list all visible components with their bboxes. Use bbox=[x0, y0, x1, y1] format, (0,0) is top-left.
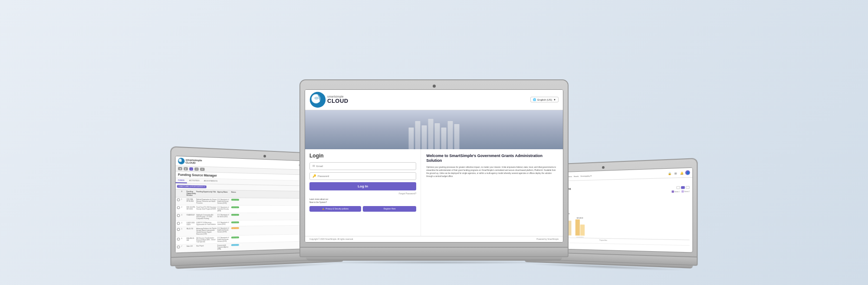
chart-controls bbox=[676, 186, 689, 189]
right-nav-visuals[interactable]: Visuals bbox=[574, 175, 579, 177]
center-footer: Copyright © 2020 SmartSimple. All rights… bbox=[305, 236, 563, 242]
login-sub-actions: 🔒 Privacy & Security policies Register H… bbox=[309, 206, 416, 212]
smartsimple-logo-icon bbox=[309, 92, 326, 108]
row-checkbox-6[interactable] bbox=[177, 237, 180, 240]
password-field-container: 🔑 bbox=[309, 172, 416, 180]
right-nav-icons: 🔒 ⊞ 🔔 👤 bbox=[667, 170, 690, 175]
center-main: Login ✉ 🔑 Log In Forgot Password? bbox=[305, 149, 563, 236]
tab-adjustments[interactable]: ADJUSTMENTS bbox=[202, 178, 220, 183]
footer-powered-by: Powered by SmartSimple bbox=[536, 238, 559, 240]
tab-funds[interactable]: FUNDS bbox=[176, 178, 187, 183]
email-field-container: ✉ bbox=[309, 162, 416, 170]
legend-color-2 bbox=[681, 190, 684, 192]
laptop-base-center bbox=[299, 248, 569, 257]
grid-nav-icon[interactable]: ⊞ bbox=[673, 170, 678, 175]
row-checkbox-1[interactable] bbox=[177, 198, 180, 201]
hero-background bbox=[305, 110, 563, 149]
row-checkbox-2[interactable] bbox=[177, 206, 180, 209]
back-button[interactable]: ◀ bbox=[178, 167, 182, 170]
laptop-center: smartsimple CLOUD 🌐 English (US) ▼ bbox=[299, 79, 569, 264]
center-logo-cloud-text: CLOUD bbox=[327, 98, 349, 104]
center-logo: smartsimple CLOUD bbox=[309, 92, 349, 108]
legend-item-1: Series 1 bbox=[672, 190, 680, 193]
info-title: Welcome to SmartSimple's Government Gran… bbox=[426, 154, 558, 164]
forward-button[interactable]: ▶ bbox=[184, 167, 188, 170]
chart-view-list[interactable] bbox=[676, 186, 680, 189]
hero-area bbox=[305, 110, 563, 149]
refresh-button[interactable]: ↺ bbox=[194, 167, 199, 171]
center-screen-content: smartsimple CLOUD 🌐 English (US) ▼ bbox=[305, 90, 563, 242]
camera-right bbox=[602, 166, 605, 168]
learn-more-label: Learn more about our bbox=[309, 198, 416, 200]
language-selector[interactable]: 🌐 English (US) ▼ bbox=[530, 97, 559, 102]
new-to-system-label: New to the System? bbox=[309, 201, 416, 203]
tab-activities[interactable]: ACTIVITIES bbox=[187, 178, 202, 183]
legend-item-2: Series 2 bbox=[681, 190, 690, 193]
row-checkbox-4[interactable] bbox=[177, 222, 180, 224]
login-button[interactable]: Log In bbox=[309, 182, 416, 190]
camera-left bbox=[263, 154, 266, 157]
register-button[interactable]: Register Here bbox=[363, 206, 416, 212]
login-title: Login bbox=[309, 153, 416, 159]
email-input[interactable] bbox=[316, 165, 413, 167]
right-nav-geomapping[interactable]: Geomapping ▼ bbox=[580, 174, 592, 177]
center-nav: smartsimple CLOUD 🌐 English (US) ▼ bbox=[305, 90, 563, 110]
row-checkbox-7[interactable] bbox=[177, 246, 180, 249]
communications-label: Communications bbox=[576, 236, 584, 237]
laptop-shadow-center bbox=[308, 261, 560, 264]
lock-icon: 🔑 bbox=[312, 174, 316, 178]
laptop-foot-center bbox=[306, 257, 562, 261]
camera-center bbox=[433, 85, 436, 88]
info-text: Optimize your granting processes for gre… bbox=[426, 166, 558, 178]
chart-view-bar[interactable] bbox=[681, 186, 685, 189]
left-logo: smartsimple CLOUD bbox=[178, 157, 202, 165]
legend-color-1 bbox=[672, 190, 674, 193]
login-panel: Login ✉ 🔑 Log In Forgot Password? bbox=[305, 149, 421, 236]
password-input[interactable] bbox=[318, 175, 413, 177]
user-nav-icon[interactable]: 👤 bbox=[685, 170, 690, 175]
forgot-password-link[interactable]: Forgot Password? bbox=[309, 192, 416, 195]
grants-opportunities-btn[interactable]: GRANTS AND OPPORTUNITIES ▼ bbox=[177, 185, 207, 188]
scene: smartsimple CLOUD Home Funding Sources P… bbox=[174, 8, 694, 277]
info-panel: Welcome to SmartSimple's Government Gran… bbox=[421, 149, 563, 236]
email-icon: ✉ bbox=[312, 164, 315, 168]
row-checkbox-5[interactable] bbox=[177, 228, 180, 230]
add-button[interactable]: + bbox=[189, 167, 193, 170]
lock-nav-icon[interactable]: 🔒 bbox=[667, 170, 672, 175]
communications-bars bbox=[575, 219, 585, 236]
communications-bar-2 bbox=[580, 224, 585, 236]
chart-group-communications: $221,000.00 Communications bbox=[575, 217, 585, 237]
footer-copyright: Copyright © 2020 SmartSimple. All rights… bbox=[309, 238, 354, 240]
chart-view-grid[interactable] bbox=[686, 186, 690, 189]
communications-bar-1 bbox=[575, 219, 579, 235]
settings-button[interactable]: ⚙ bbox=[200, 167, 205, 171]
bell-nav-icon[interactable]: 🔔 bbox=[679, 170, 684, 175]
privacy-policy-button[interactable]: 🔒 Privacy & Security policies bbox=[309, 206, 361, 212]
row-checkbox-3[interactable] bbox=[177, 214, 180, 216]
hero-columns bbox=[409, 119, 460, 149]
